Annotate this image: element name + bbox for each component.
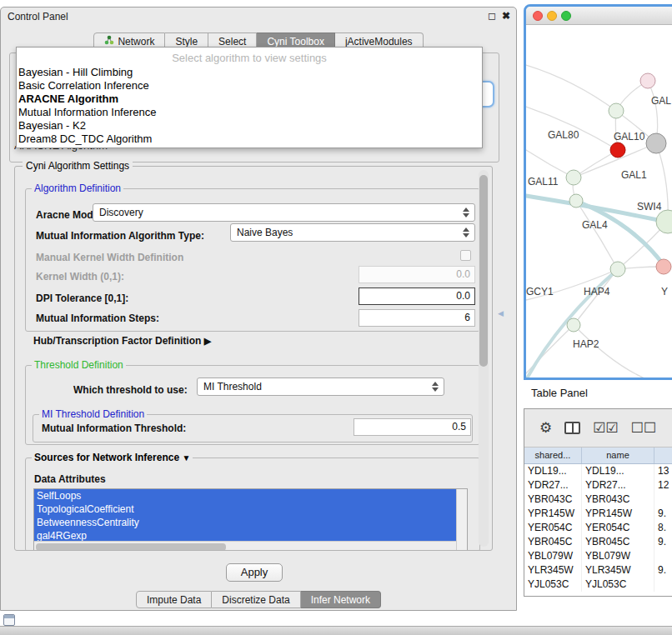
tab-discretize-data[interactable]: Discretize Data <box>212 591 300 608</box>
table-row[interactable]: YDL19...YDL19...13 <box>524 464 672 478</box>
table-cell: 12 <box>654 478 672 492</box>
kernel-width-field[interactable]: 0.0 <box>359 266 475 283</box>
mi-threshold-field[interactable]: 0.5 <box>354 418 471 436</box>
mac-minimize-button[interactable] <box>547 11 557 21</box>
panel-splitter-arrow[interactable]: ◀ <box>498 309 504 318</box>
network-canvas-svg[interactable]: GALGAL80GAL10GAL11GAL1SWI4GAL4GCY1HAP4YH… <box>526 25 672 378</box>
cyni-algorithm-settings-panel: Algorithm Definition Aracne Mode: Discov… <box>14 166 493 551</box>
window-title: Control Panel <box>8 11 68 22</box>
table-cell: YLR345W <box>524 563 582 578</box>
dpi-tolerance-field[interactable]: 0.0 <box>359 288 475 305</box>
algorithm-option[interactable]: Mutual Information Inference <box>17 106 482 119</box>
attribute-item-selected[interactable]: TopologicalCoefficient <box>34 502 456 516</box>
mi-type-label: Mutual Information Algorithm Type: <box>36 230 204 242</box>
gear-icon[interactable]: ⚙ <box>539 419 552 437</box>
select-all-icon[interactable]: ☑☑ <box>593 419 618 437</box>
list-vertical-scrollbar[interactable] <box>456 489 467 551</box>
mac-close-button[interactable] <box>533 11 543 21</box>
tab-label: Impute Data <box>147 594 201 606</box>
close-icon[interactable]: ✖ <box>502 10 510 22</box>
scrollbar-thumb[interactable] <box>479 175 488 367</box>
attribute-item-selected[interactable]: SelfLoops <box>34 489 456 502</box>
network-node[interactable] <box>610 262 625 277</box>
network-node[interactable] <box>609 103 624 118</box>
network-node[interactable] <box>640 73 655 88</box>
stepper-icon <box>463 208 470 218</box>
network-window-titlebar[interactable] <box>526 7 672 25</box>
network-node[interactable] <box>656 259 671 274</box>
table-row[interactable]: YPR145WYPR145W9. <box>524 507 672 521</box>
tab-infer-network[interactable]: Infer Network <box>301 591 381 608</box>
table-header-row: shared...name <box>524 448 672 464</box>
which-threshold-select[interactable]: MI Threshold <box>197 378 444 396</box>
network-node[interactable] <box>566 170 581 185</box>
manual-kernel-checkbox[interactable] <box>460 250 471 261</box>
tab-label: Style <box>175 36 198 48</box>
which-threshold-value: MI Threshold <box>203 381 262 392</box>
column-header[interactable] <box>654 448 672 463</box>
network-edge <box>574 325 658 378</box>
tab-label: Infer Network <box>311 594 370 606</box>
algorithm-option[interactable]: Bayesian - Hill Climbing <box>17 66 482 79</box>
table-cell: YDL19... <box>582 464 654 478</box>
scrollbar-thumb[interactable] <box>36 543 226 551</box>
table-cell: YPR145W <box>524 507 582 521</box>
deselect-all-icon[interactable]: ☐☐ <box>631 419 656 437</box>
control-panel-window: Control Panel ◻ ✖ NetworkStyleSelectCyni… <box>0 7 517 611</box>
settings-vertical-scrollbar[interactable] <box>479 170 489 547</box>
table-cell: YBR045C <box>582 535 654 549</box>
network-node[interactable] <box>656 210 672 233</box>
network-node[interactable] <box>569 194 583 208</box>
network-node[interactable] <box>646 133 666 153</box>
table-row[interactable]: YLR345WYLR345W9. <box>524 563 672 578</box>
tab-label: Cyni Toolbox <box>267 36 323 48</box>
algorithm-dropdown-popup: Select algorithm to view settings Bayesi… <box>16 47 483 148</box>
table-row[interactable]: YJL053CYJL053C <box>524 578 672 592</box>
table-cell: 8. <box>654 521 672 535</box>
network-edge <box>526 65 616 111</box>
algorithm-option[interactable]: Bayesian - K2 <box>17 119 482 132</box>
algorithm-option[interactable]: Dream8 DC_TDC Algorithm <box>17 132 482 146</box>
column-settings-icon[interactable] <box>564 422 580 434</box>
node-label: Y <box>661 286 668 298</box>
data-attributes-label: Data Attributes <box>34 473 106 485</box>
tab-impute-data[interactable]: Impute Data <box>136 591 212 608</box>
table-row[interactable]: YER054CYER054C8. <box>524 521 672 535</box>
data-attributes-list[interactable]: SelfLoopsTopologicalCoefficientBetweenne… <box>33 488 468 551</box>
hub-section-toggle[interactable]: Hub/Transcription Factor Definition ▶ <box>33 335 211 347</box>
table-row[interactable]: YDR27...YDR27...12 <box>524 478 672 492</box>
node-label: HAP2 <box>573 338 599 350</box>
table-row[interactable]: YBR045CYBR045C9. <box>524 535 672 549</box>
algorithm-option[interactable]: Basic Correlation Inference <box>17 79 482 92</box>
table-cell: YER054C <box>582 521 654 535</box>
attribute-item-selected[interactable]: BetweennessCentrality <box>34 516 456 529</box>
table-cell: YJL053C <box>524 578 582 592</box>
mac-zoom-button[interactable] <box>561 11 571 21</box>
table-body: YDL19...YDL19...13YDR27...YDR27...12YBR0… <box>524 464 672 592</box>
table-cell: YDL19... <box>524 464 582 478</box>
mi-threshold-label: Mutual Information Threshold: <box>42 422 186 434</box>
sources-section-toggle[interactable]: Sources for Network Inference ▼ <box>32 452 193 463</box>
docked-panel-icon[interactable] <box>3 614 15 626</box>
aracne-mode-select[interactable]: Discovery <box>93 203 475 222</box>
list-horizontal-scrollbar[interactable] <box>34 541 456 551</box>
bottom-tab-bar: Impute DataDiscretize DataInfer Network <box>1 591 516 608</box>
column-header[interactable]: name <box>582 448 654 463</box>
network-canvas[interactable]: GALGAL80GAL10GAL11GAL1SWI4GAL4GCY1HAP4YH… <box>526 25 672 378</box>
mi-algorithm-type-select[interactable]: Naive Bayes <box>230 223 475 242</box>
table-row[interactable]: YBL079WYBL079W <box>524 549 672 563</box>
table-cell: YPR145W <box>582 507 654 521</box>
apply-button[interactable]: Apply <box>226 563 283 582</box>
float-window-icon[interactable]: ◻ <box>488 10 496 22</box>
table-cell <box>654 492 672 507</box>
mi-steps-field[interactable]: 6 <box>359 309 475 327</box>
table-panel-window: ⚙☑☑☐☐ shared...name YDL19...YDL19...13YD… <box>524 408 672 597</box>
table-row[interactable]: YBR043CYBR043C <box>524 492 672 507</box>
desktop: Control Panel ◻ ✖ NetworkStyleSelectCyni… <box>0 0 672 635</box>
mi-steps-label: Mutual Information Steps: <box>36 312 159 324</box>
algorithm-option[interactable]: ARACNE Algorithm <box>17 92 482 106</box>
network-node[interactable] <box>610 142 625 158</box>
column-header[interactable]: shared... <box>524 448 582 463</box>
network-node[interactable] <box>567 318 580 332</box>
status-bar <box>0 626 672 635</box>
